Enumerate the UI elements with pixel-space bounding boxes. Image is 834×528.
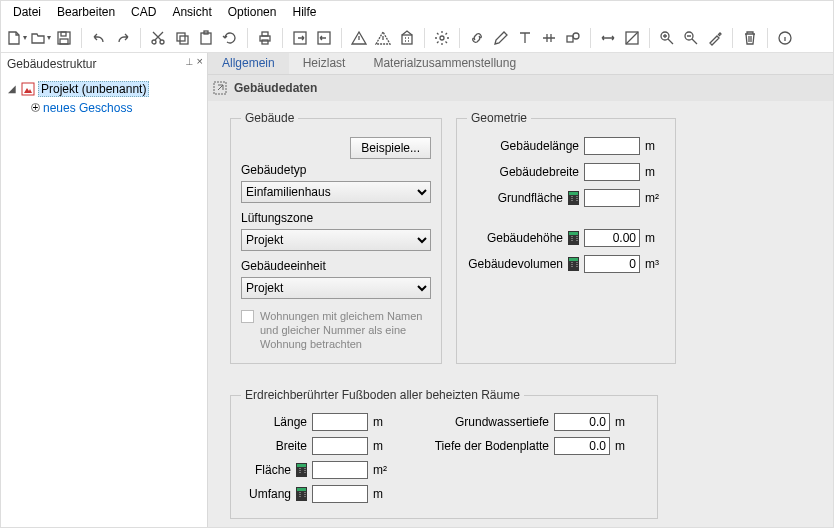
calc-icon[interactable] — [568, 191, 579, 205]
unit-m: m — [645, 139, 665, 153]
right-panel: Allgemein Heizlast Materialzusammenstell… — [208, 53, 833, 527]
svg-point-3 — [152, 40, 156, 44]
select-gebaeudeeinheit[interactable]: Projekt — [241, 277, 431, 299]
text-icon[interactable] — [514, 27, 536, 49]
shape-icon[interactable] — [562, 27, 584, 49]
tree: ◢ Projekt (unbenannt) + neues Geschoss — [1, 75, 207, 121]
input-er-breite[interactable] — [312, 437, 368, 455]
label-gebaeudelaenge: Gebäudelänge — [467, 139, 579, 153]
group-gebaeude: Gebäude Beispiele... Gebäudetyp Einfamil… — [230, 111, 442, 364]
cut-icon[interactable] — [147, 27, 169, 49]
calc-icon[interactable] — [296, 463, 307, 477]
label-gebaeudehoehe: Gebäudehöhe — [467, 231, 563, 245]
menu-ansicht[interactable]: Ansicht — [164, 3, 219, 21]
svg-rect-11 — [262, 40, 268, 44]
legend-geometrie: Geometrie — [467, 111, 531, 125]
link-icon[interactable] — [466, 27, 488, 49]
label-grundwasser: Grundwassertiefe — [423, 415, 549, 429]
select-gebaeudetyp[interactable]: Einfamilienhaus — [241, 181, 431, 203]
pencil-icon[interactable] — [490, 27, 512, 49]
left-panel-title: Gebäudestruktur ⟂ × — [1, 53, 207, 75]
calc-icon[interactable] — [568, 231, 579, 245]
calc-icon[interactable] — [568, 257, 579, 271]
checkbox-row-wohnungen[interactable]: Wohnungen mit gleichem Namen und gleiche… — [241, 309, 431, 351]
toolbar: ▾ ▾ — [1, 23, 833, 53]
label-gebaeudetyp: Gebäudetyp — [241, 163, 431, 177]
checkbox-wohnungen[interactable] — [241, 310, 254, 323]
save-icon[interactable] — [53, 27, 75, 49]
label-gebaeudevolumen: Gebäudevolumen — [467, 257, 563, 271]
info-icon[interactable] — [774, 27, 796, 49]
redo-icon[interactable] — [112, 27, 134, 49]
zoomout-icon[interactable] — [680, 27, 702, 49]
open-icon[interactable]: ▾ — [29, 27, 51, 49]
tab-heizlast[interactable]: Heizlast — [289, 53, 360, 74]
align-icon[interactable] — [538, 27, 560, 49]
input-bodenplatte[interactable] — [554, 437, 610, 455]
zoomin-icon[interactable] — [656, 27, 678, 49]
examples-button[interactable]: Beispiele... — [350, 137, 431, 159]
caret-icon[interactable]: ◢ — [7, 83, 17, 94]
input-gebaeudehoehe[interactable] — [584, 229, 640, 247]
warning-icon[interactable] — [348, 27, 370, 49]
tree-new-floor-label[interactable]: neues Geschoss — [43, 101, 132, 115]
menu-optionen[interactable]: Optionen — [220, 3, 285, 21]
horiz-icon[interactable] — [597, 27, 619, 49]
close-panel-icon[interactable]: × — [197, 55, 203, 67]
undo-icon[interactable] — [88, 27, 110, 49]
content: Gebäude Beispiele... Gebäudetyp Einfamil… — [208, 101, 833, 527]
tree-root[interactable]: ◢ Projekt (unbenannt) — [7, 79, 201, 98]
calc-icon[interactable] — [296, 487, 307, 501]
input-grundwasser[interactable] — [554, 413, 610, 431]
plus-icon: + — [31, 103, 40, 112]
paste-icon[interactable] — [195, 27, 217, 49]
new-icon[interactable]: ▾ — [5, 27, 27, 49]
svg-point-17 — [573, 33, 579, 39]
menu-bearbeiten[interactable]: Bearbeiten — [49, 3, 123, 21]
picker-icon[interactable] — [704, 27, 726, 49]
svg-point-4 — [160, 40, 164, 44]
input-gebaeudebreite[interactable] — [584, 163, 640, 181]
input-gebaeudelaenge[interactable] — [584, 137, 640, 155]
building-icon[interactable] — [396, 27, 418, 49]
input-er-laenge[interactable] — [312, 413, 368, 431]
tree-root-label[interactable]: Projekt (unbenannt) — [38, 81, 149, 97]
label-er-laenge: Länge — [257, 415, 307, 429]
svg-rect-6 — [180, 36, 188, 44]
project-icon — [20, 82, 35, 96]
svg-rect-2 — [60, 39, 68, 44]
group-geometrie: Geometrie Gebäudelänge m Gebäudebreite m — [456, 111, 676, 364]
svg-rect-7 — [201, 33, 211, 44]
menu-cad[interactable]: CAD — [123, 3, 164, 21]
gear-icon[interactable] — [431, 27, 453, 49]
left-title-text: Gebäudestruktur — [7, 57, 96, 71]
print-icon[interactable] — [254, 27, 276, 49]
refresh-icon[interactable] — [219, 27, 241, 49]
svg-rect-14 — [402, 35, 412, 44]
tree-new-floor[interactable]: + neues Geschoss — [31, 98, 201, 117]
label-er-umfang: Umfang — [241, 487, 291, 501]
tab-material[interactable]: Materialzusammenstellung — [359, 53, 530, 74]
trash-icon[interactable] — [739, 27, 761, 49]
diag-icon[interactable] — [621, 27, 643, 49]
copy-icon[interactable] — [171, 27, 193, 49]
svg-rect-1 — [61, 32, 66, 36]
warning2-icon[interactable] — [372, 27, 394, 49]
pin-icon[interactable]: ⟂ — [186, 55, 193, 67]
page-title-row: Gebäudedaten — [208, 75, 833, 101]
export-icon[interactable] — [313, 27, 335, 49]
svg-point-15 — [440, 36, 444, 40]
input-gebaeudevolumen[interactable] — [584, 255, 640, 273]
refresh-frame-icon[interactable] — [212, 80, 228, 96]
input-grundflaeche[interactable] — [584, 189, 640, 207]
select-lueftungszone[interactable]: Projekt — [241, 229, 431, 251]
menubar: Datei Bearbeiten CAD Ansicht Optionen Hi… — [1, 1, 833, 23]
import-icon[interactable] — [289, 27, 311, 49]
input-er-umfang[interactable] — [312, 485, 368, 503]
tab-allgemein[interactable]: Allgemein — [208, 53, 289, 74]
menu-datei[interactable]: Datei — [5, 3, 49, 21]
tabs: Allgemein Heizlast Materialzusammenstell… — [208, 53, 833, 75]
label-lueftungszone: Lüftungszone — [241, 211, 431, 225]
input-er-flaeche[interactable] — [312, 461, 368, 479]
menu-hilfe[interactable]: Hilfe — [284, 3, 324, 21]
